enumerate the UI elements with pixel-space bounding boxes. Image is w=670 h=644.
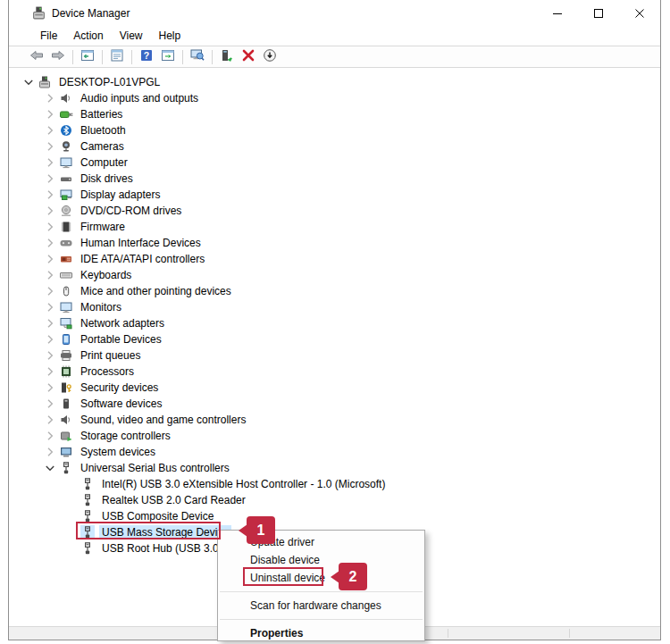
mouse-icon [59, 284, 73, 298]
chevron-right-icon[interactable] [43, 445, 57, 459]
chevron-spacer [64, 541, 79, 556]
menu-file[interactable]: File [34, 28, 63, 44]
chevron-right-icon[interactable] [43, 123, 57, 138]
chevron-right-icon[interactable] [43, 332, 57, 347]
chevron-down-icon[interactable] [21, 75, 36, 89]
devmgr-icon [38, 75, 52, 89]
help-button[interactable]: ? [136, 47, 157, 67]
tree-item-firmware[interactable]: Firmware [9, 219, 660, 235]
tree-item-desktop-l01vpgl[interactable]: DESKTOP-L01VPGL [9, 74, 660, 90]
usb-icon [80, 477, 95, 491]
titlebar: Device Manager [9, 0, 660, 26]
tree-item-keyboards[interactable]: Keyboards [9, 267, 660, 283]
chevron-spacer [64, 477, 79, 491]
tree-item-disk-drives[interactable]: Disk drives [9, 171, 660, 187]
tree-item-human-interface-devices[interactable]: Human Interface Devices [9, 235, 660, 251]
keyboard-icon [59, 268, 73, 282]
tree-item-computer[interactable]: Computer [9, 155, 660, 171]
forward-button[interactable] [47, 47, 69, 67]
menu-view[interactable]: View [113, 28, 149, 44]
tree-item-network-adapters[interactable]: Network adapters [9, 315, 660, 331]
tree-item-label: Portable Devices [78, 332, 164, 347]
chevron-right-icon[interactable] [43, 204, 57, 218]
tree-item-intel-r-usb-3-0-extensible-host-controller-1-0-microsoft[interactable]: Intel(R) USB 3.0 eXtensible Host Control… [9, 476, 660, 492]
tree-item-universal-serial-bus-controllers[interactable]: Universal Serial Bus controllers [9, 460, 660, 476]
chevron-right-icon[interactable] [43, 268, 57, 282]
chevron-right-icon[interactable] [43, 155, 57, 170]
close-button[interactable] [619, 0, 660, 26]
chevron-right-icon[interactable] [43, 139, 57, 154]
chevron-right-icon[interactable] [43, 413, 57, 427]
tree-item-bluetooth[interactable]: Bluetooth [9, 122, 660, 138]
disable-device-button[interactable] [259, 47, 281, 67]
tree-item-print-queues[interactable]: Print queues [9, 347, 660, 364]
tree-item-label: Network adapters [78, 316, 167, 330]
chevron-right-icon[interactable] [43, 429, 57, 443]
update-driver-button[interactable] [216, 47, 238, 67]
tree-item-mice-and-other-pointing-devices[interactable]: Mice and other pointing devices [9, 283, 660, 299]
menu-action[interactable]: Action [67, 28, 109, 44]
tree-item-realtek-usb-2-0-card-reader[interactable]: Realtek USB 2.0 Card Reader [9, 492, 660, 508]
tree-item-audio-inputs-and-outputs[interactable]: Audio inputs and outputs [9, 90, 660, 106]
tree-item-label: Storage controllers [78, 429, 173, 443]
speaker-icon [59, 413, 73, 427]
display-icon [59, 188, 73, 202]
chevron-right-icon[interactable] [43, 107, 57, 121]
maximize-button[interactable] [578, 0, 619, 26]
chevron-right-icon[interactable] [43, 381, 57, 395]
tree-item-usb-composite-device[interactable]: USB Composite Device [9, 508, 660, 524]
chevron-right-icon[interactable] [43, 397, 57, 411]
chevron-right-icon[interactable] [43, 171, 57, 186]
camera-icon [59, 139, 73, 154]
storage-icon [59, 429, 73, 443]
speaker-icon [59, 91, 73, 105]
console-tree-button[interactable] [77, 47, 98, 67]
chevron-right-icon[interactable] [43, 284, 57, 298]
tree-item-monitors[interactable]: Monitors [9, 299, 660, 315]
chevron-right-icon[interactable] [43, 91, 57, 105]
tree-item-system-devices[interactable]: System devices [9, 444, 660, 460]
action-pane-button[interactable] [157, 47, 179, 67]
toolbar: ? [9, 46, 660, 68]
menu-help[interactable]: Help [153, 28, 188, 44]
chevron-right-icon[interactable] [43, 300, 57, 314]
tree-item-processors[interactable]: Processors [9, 364, 660, 380]
chevron-spacer [64, 525, 79, 539]
tree-item-cameras[interactable]: Cameras [9, 138, 660, 155]
chevron-right-icon[interactable] [43, 252, 57, 266]
menubar: FileActionViewHelp [9, 26, 660, 46]
properties-button[interactable] [106, 47, 128, 67]
context-menu-item-properties[interactable]: Properties [218, 624, 424, 642]
scan-hardware-button[interactable] [187, 47, 208, 67]
chevron-right-icon[interactable] [43, 220, 57, 234]
tree-item-sound-video-and-game-controllers[interactable]: Sound, video and game controllers [9, 412, 660, 428]
tree-item-batteries[interactable]: Batteries [9, 106, 660, 122]
chevron-down-icon[interactable] [43, 461, 57, 475]
close-icon [634, 8, 645, 19]
chevron-right-icon[interactable] [43, 188, 57, 202]
chevron-right-icon[interactable] [43, 236, 57, 250]
tree-item-label: Firmware [78, 220, 128, 234]
uninstall-device-button[interactable] [238, 47, 259, 67]
context-menu-item-disable-device[interactable]: Disable device [218, 551, 424, 569]
uninstall-device-icon [241, 48, 255, 65]
tree-item-dvd-cd-rom-drives[interactable]: DVD/CD-ROM drives [9, 203, 660, 219]
usb-icon [80, 509, 95, 523]
chevron-right-icon[interactable] [43, 316, 57, 330]
back-button[interactable] [26, 47, 47, 67]
window-title: Device Manager [52, 7, 130, 20]
context-menu-item-uninstall-device[interactable]: Uninstall device [218, 569, 424, 587]
svg-text:?: ? [144, 50, 149, 61]
minimize-button[interactable] [537, 0, 578, 26]
printer-icon [59, 348, 73, 363]
tree-item-ide-ata-atapi-controllers[interactable]: IDE ATA/ATAPI controllers [9, 251, 660, 267]
context-menu-item-scan-for-hardware-changes[interactable]: Scan for hardware changes [218, 597, 424, 615]
chevron-right-icon[interactable] [43, 364, 57, 379]
tree-item-software-devices[interactable]: Software devices [9, 396, 660, 412]
tree-item-storage-controllers[interactable]: Storage controllers [9, 428, 660, 444]
tree-item-security-devices[interactable]: Security devices [9, 380, 660, 396]
network-icon [59, 316, 73, 330]
tree-item-display-adapters[interactable]: Display adapters [9, 187, 660, 203]
chevron-right-icon[interactable] [43, 348, 57, 363]
tree-item-portable-devices[interactable]: Portable Devices [9, 331, 660, 347]
